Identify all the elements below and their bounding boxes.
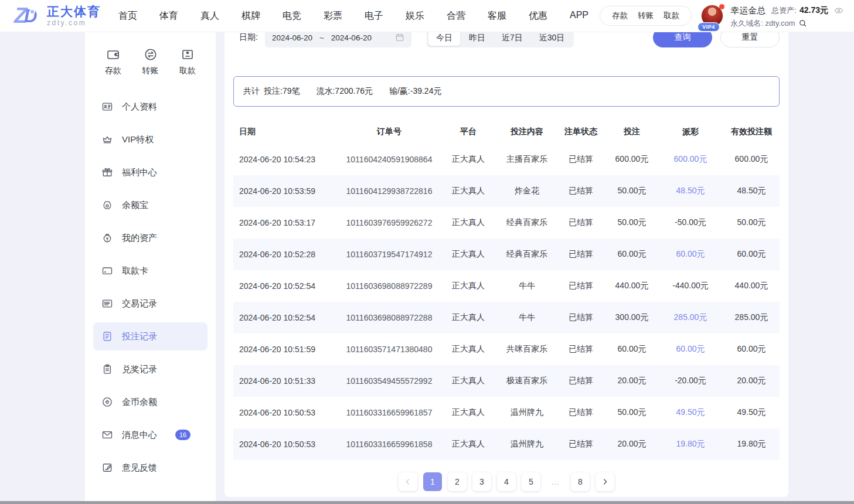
cell-bet: 50.00元 <box>606 186 658 196</box>
summary-bar: 共计 投注:79笔 流水:7200.76元 输/赢:-39.24元 <box>233 76 780 107</box>
sidebar-item-3[interactable]: 福利中心 <box>93 158 207 186</box>
sidebar-item-7[interactable]: 交易记录 <box>93 290 207 318</box>
date-label: 日期: <box>239 32 258 43</box>
wallet-pill-item-2[interactable]: 转账 <box>638 11 654 21</box>
bank-card-icon <box>101 265 113 277</box>
sidebar-item-4[interactable]: 余额宝 <box>93 191 207 219</box>
gift-icon <box>101 166 113 178</box>
cell-content: 主播百家乐 <box>498 154 556 165</box>
username[interactable]: 幸运金总 <box>730 5 765 16</box>
id-card-icon <box>101 101 113 113</box>
sidebar-item-8[interactable]: 投注记录 <box>93 322 207 350</box>
site-logo[interactable]: Z D 正大体育 zdty.com <box>14 4 101 28</box>
cell-bet: 20.00元 <box>606 439 658 449</box>
cell-platform: 正大真人 <box>438 154 498 165</box>
wallet-pill-item-3[interactable]: 取款 <box>664 11 679 21</box>
cell-order: 1011603719547174912 <box>340 250 438 259</box>
column-header-5: 注单状态 <box>556 127 606 137</box>
cell-status: 已结算 <box>556 312 606 323</box>
sidebar-item-5[interactable]: 我的资产 <box>93 224 207 252</box>
cell-content: 温州牌九 <box>498 407 556 418</box>
nav-item-11[interactable]: 优惠 <box>529 10 547 22</box>
table-row: 2024-06-20 10:53:171011603976959926272正大… <box>233 207 780 239</box>
nav-item-5[interactable]: 电竞 <box>283 10 301 22</box>
cell-platform: 正大真人 <box>438 407 498 418</box>
sidebar-item-2[interactable]: VIP特权 <box>93 125 207 154</box>
wallet-pill-item-1[interactable]: 存款 <box>612 11 628 21</box>
cell-platform: 正大真人 <box>438 312 498 323</box>
sidebar-item-12[interactable]: 意见反馈 <box>93 454 207 482</box>
quick-action-label: 转账 <box>142 66 159 76</box>
logo-domain: zdty.com <box>47 19 101 27</box>
cell-content: 牛牛 <box>498 312 556 323</box>
cell-date: 2024-06-20 10:52:54 <box>233 281 340 291</box>
cell-status: 已结算 <box>556 439 606 449</box>
unread-count-badge: 16 <box>175 430 190 440</box>
page-button-5[interactable]: 5 <box>522 472 540 491</box>
page-button-8[interactable]: 8 <box>571 472 590 491</box>
nav-item-12[interactable]: APP <box>570 10 588 22</box>
column-header-2: 订单号 <box>340 127 438 137</box>
quick-action-2[interactable]: 转账 <box>142 47 159 76</box>
nav-item-3[interactable]: 真人 <box>200 10 219 22</box>
cell-order: 1011604129938722816 <box>340 186 438 196</box>
page-button-1[interactable]: 1 <box>423 472 442 491</box>
bottom-scrollbar[interactable] <box>0 501 854 504</box>
quick-action-1[interactable]: 存款 <box>105 47 121 76</box>
page-button-4[interactable]: 4 <box>497 472 516 491</box>
nav-item-10[interactable]: 客服 <box>488 10 506 22</box>
permanent-domain: 永久域名: zdty.com <box>730 18 795 29</box>
nav-item-1[interactable]: 首页 <box>118 10 137 22</box>
cell-bet: 300.00元 <box>606 312 658 323</box>
cell-date: 2024-06-20 10:52:28 <box>233 250 340 259</box>
quick-action-3[interactable]: 取款 <box>179 47 196 76</box>
calendar-icon[interactable] <box>395 33 404 42</box>
next-page-button[interactable] <box>596 472 614 491</box>
sidebar-item-1[interactable]: 个人资料 <box>93 93 207 121</box>
table-row: 2024-06-20 10:53:591011604129938722816正大… <box>233 175 780 207</box>
page-button-2[interactable]: 2 <box>448 472 467 491</box>
nav-item-8[interactable]: 娱乐 <box>406 10 424 22</box>
nav-item-7[interactable]: 电子 <box>365 10 383 22</box>
cell-bet: 50.00元 <box>606 217 658 228</box>
column-header-8: 有效投注额 <box>723 127 780 137</box>
nav-item-2[interactable]: 体育 <box>159 10 178 22</box>
nav-item-4[interactable]: 棋牌 <box>241 10 260 22</box>
column-header-7: 派彩 <box>658 127 723 137</box>
summary-turnover: 流水:7200.76元 <box>316 86 373 97</box>
sidebar: 存款转账取款 个人资料VIP特权福利中心余额宝我的资产取款卡交易记录投注记录兑奖… <box>85 32 216 501</box>
cell-platform: 正大真人 <box>438 439 498 449</box>
logo-zd-icon: Z D <box>14 4 42 28</box>
prev-page-button[interactable] <box>399 472 417 491</box>
sidebar-item-11[interactable]: 消息中心16 <box>93 421 207 449</box>
cell-order: 1011603571471380480 <box>340 345 438 354</box>
search-icon[interactable] <box>798 19 807 28</box>
column-header-4: 投注内容 <box>498 127 556 137</box>
nav-item-9[interactable]: 合营 <box>447 10 465 22</box>
page-button-3[interactable]: 3 <box>472 472 491 491</box>
eye-icon[interactable] <box>834 6 843 15</box>
sidebar-item-10[interactable]: 金币余额 <box>93 388 207 416</box>
wallet-pill: 存款转账取款 <box>600 6 692 26</box>
cell-payout: 600.00元 <box>658 154 723 165</box>
cell-valid: 48.50元 <box>723 186 780 196</box>
cell-payout: -440.00元 <box>658 281 723 291</box>
cell-platform: 正大真人 <box>438 217 498 228</box>
sidebar-item-9[interactable]: 兑奖记录 <box>93 355 207 383</box>
summary-winloss: 输/赢:-39.24元 <box>389 86 441 97</box>
date-end: 2024-06-20 <box>331 33 372 42</box>
cell-date: 2024-06-20 10:51:59 <box>233 345 340 354</box>
sidebar-item-label: 意见反馈 <box>122 462 157 474</box>
sidebar-item-6[interactable]: 取款卡 <box>93 257 207 285</box>
cell-platform: 正大真人 <box>438 186 498 196</box>
column-header-3: 平台 <box>438 127 498 137</box>
nav-item-6[interactable]: 彩票 <box>324 10 342 22</box>
sidebar-item-label: 投注记录 <box>122 331 157 342</box>
date-start: 2024-06-20 <box>272 33 312 42</box>
cell-date: 2024-06-20 10:53:59 <box>233 186 340 196</box>
table-row: 2024-06-20 10:51:591011603571471380480正大… <box>233 333 780 365</box>
main-nav: 首页体育真人棋牌电竞彩票电子娱乐合营客服优惠APP <box>118 10 588 22</box>
assets-label: 总资产: <box>771 5 797 16</box>
assets-value: 42.73元 <box>799 5 828 16</box>
sidebar-item-label: 金币余额 <box>122 397 157 408</box>
